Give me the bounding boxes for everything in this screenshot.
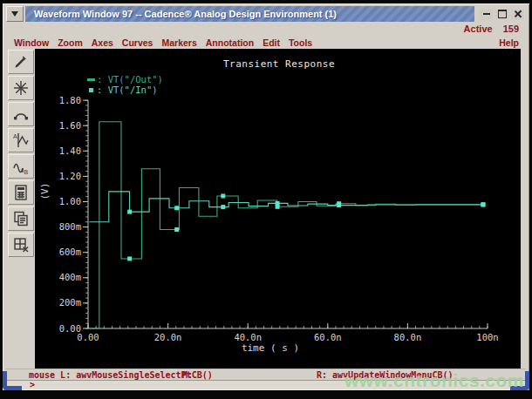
legend-label: : VT("/Out")	[97, 74, 163, 85]
dash-legend-marker-icon	[87, 78, 95, 81]
legend-item-out[interactable]: : VT("/Out")	[87, 74, 163, 85]
main-area: AB 0.0020.0n40.0n60.0n80.0n100n0.00200m4…	[6, 49, 526, 369]
legend-label: : VT("/In")	[97, 85, 158, 95]
menu-item-tools[interactable]: Tools	[289, 37, 312, 48]
watermark: www.cntronics.com	[344, 370, 524, 391]
minimize-icon	[483, 13, 490, 15]
legend-item-in[interactable]: : VT("/In")	[87, 85, 163, 95]
arc-probe-icon	[11, 105, 31, 124]
active-count: 159	[503, 24, 526, 34]
titlebar: Waveform Window 97 -- Cadence® Analog De…	[6, 6, 526, 22]
marker-a-tool-button[interactable]: A	[8, 128, 34, 152]
window-controls	[474, 6, 526, 22]
zoom-burst-tool-button[interactable]	[8, 76, 34, 100]
wave-b-tool-button[interactable]: B	[8, 154, 34, 179]
square-legend-marker-icon	[89, 88, 93, 92]
data-point-marker[interactable]	[337, 203, 341, 207]
waveform-canvas[interactable]: 0.0020.0n40.0n60.0n80.0n100n0.00200m400m…	[35, 49, 521, 369]
x-tick-label: 0.00	[77, 332, 99, 342]
x-axis-label: time ( s )	[218, 342, 323, 354]
x-tick-label: 40.0n	[234, 332, 262, 342]
y-tick-label: 1.00	[59, 196, 81, 206]
status-mouse-middle: M:	[182, 370, 193, 380]
subwindow-cut-tool-button[interactable]	[8, 233, 34, 257]
y-tick-label: 0.00	[59, 323, 81, 334]
x-tick-label: 20.0n	[154, 332, 182, 342]
window-menu-button[interactable]	[6, 6, 24, 22]
svg-text:B: B	[24, 169, 28, 175]
window-title: Waveform Window 97 -- Cadence® Analog De…	[34, 9, 337, 19]
active-status-row: Active 159	[6, 22, 526, 36]
pencil-tool-button[interactable]	[8, 50, 34, 74]
y-axis-label: (V)	[39, 188, 51, 200]
close-icon	[514, 10, 522, 18]
plot-title: Transient Response	[166, 58, 392, 70]
y-tick-label: 1.20	[59, 171, 81, 181]
menu-item-window[interactable]: Window	[14, 37, 49, 48]
data-point-marker[interactable]	[127, 210, 132, 214]
calculator-tool-button[interactable]	[8, 180, 34, 205]
menu-item-zoom[interactable]: Zoom	[58, 37, 83, 48]
menu-item-curves[interactable]: Curves	[122, 37, 153, 48]
copy-window-icon	[11, 209, 31, 228]
calculator-icon	[11, 183, 31, 202]
data-point-marker[interactable]	[174, 227, 179, 232]
toolbar: AB	[6, 49, 36, 369]
menu-item-axes[interactable]: Axes	[92, 37, 113, 48]
svg-text:A: A	[13, 133, 17, 139]
menu-item-help[interactable]: Help	[499, 37, 526, 48]
arc-probe-tool-button[interactable]	[8, 102, 34, 126]
wave-b-icon: B	[11, 157, 31, 176]
y-tick-label: 200m	[59, 297, 81, 308]
menu-item-edit[interactable]: Edit	[263, 37, 280, 48]
x-tick-label: 80.0n	[394, 332, 422, 342]
y-tick-label: 1.40	[59, 145, 81, 156]
x-tick-label: 100n	[476, 332, 498, 342]
data-point-marker[interactable]	[127, 256, 132, 260]
data-point-marker[interactable]	[481, 202, 485, 206]
copy-window-tool-button[interactable]	[8, 206, 34, 231]
maximize-icon	[498, 10, 507, 18]
data-point-marker[interactable]	[276, 201, 280, 206]
data-point-marker[interactable]	[174, 206, 179, 210]
menubar: WindowZoomAxesCurvesMarkersAnnotationEdi…	[6, 36, 526, 49]
zoom-burst-icon	[11, 78, 31, 98]
menu-item-markers[interactable]: Markers	[161, 37, 196, 48]
close-button[interactable]	[511, 9, 524, 20]
window-menu-icon	[11, 11, 18, 17]
marker-a-icon: A	[11, 131, 31, 150]
menu-item-annotation[interactable]: Annotation	[206, 37, 254, 48]
minimize-button[interactable]	[480, 9, 493, 20]
prompt-caret: >	[30, 380, 35, 389]
y-tick-label: 1.80	[59, 95, 81, 105]
titlebar-bar[interactable]: Waveform Window 97 -- Cadence® Analog De…	[25, 6, 474, 22]
plot-area[interactable]: 0.0020.0n40.0n60.0n80.0n100n0.00200m400m…	[35, 49, 521, 369]
screen: Waveform Window 97 -- Cadence® Analog De…	[0, 0, 532, 399]
plot-legend: : VT("/Out"): VT("/In")	[87, 74, 163, 95]
y-tick-label: 1.60	[59, 120, 81, 131]
resize-handle-bottom-left[interactable]	[3, 371, 22, 390]
active-label: Active	[464, 24, 493, 34]
x-tick-label: 60.0n	[314, 332, 342, 342]
subwindow-cut-icon	[11, 235, 31, 254]
y-tick-label: 800m	[59, 221, 81, 232]
pencil-icon	[11, 52, 31, 71]
y-tick-label: 400m	[59, 272, 81, 282]
maximize-button[interactable]	[495, 9, 508, 20]
curve-out[interactable]	[89, 122, 483, 328]
waveform-window: Waveform Window 97 -- Cadence® Analog De…	[3, 3, 529, 390]
data-point-marker[interactable]	[221, 193, 225, 198]
data-point-marker[interactable]	[221, 205, 225, 209]
y-tick-label: 600m	[59, 247, 81, 257]
